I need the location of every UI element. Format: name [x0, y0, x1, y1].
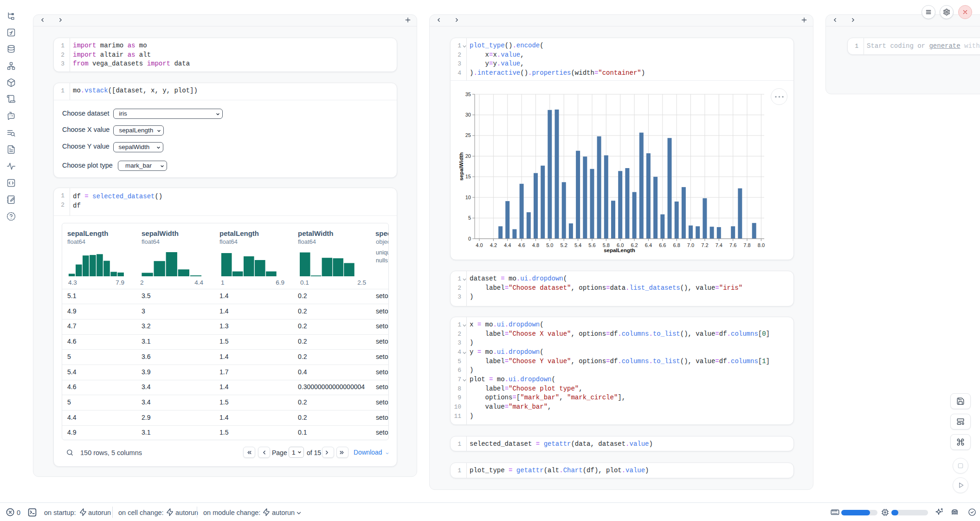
svg-text:0: 0 — [468, 236, 471, 241]
svg-text:sepalLength: sepalLength — [604, 247, 635, 253]
svg-text:35: 35 — [465, 91, 471, 97]
svg-text:6.6: 6.6 — [659, 242, 666, 248]
svg-text:4.2: 4.2 — [490, 242, 497, 248]
svg-text:4.4: 4.4 — [504, 242, 511, 248]
svg-text:4.6: 4.6 — [518, 242, 525, 248]
svg-text:7.4: 7.4 — [716, 242, 722, 248]
svg-text:5.0: 5.0 — [546, 242, 553, 248]
svg-text:5.6: 5.6 — [588, 242, 595, 248]
svg-text:6.4: 6.4 — [645, 242, 652, 248]
svg-text:7.2: 7.2 — [701, 242, 708, 248]
svg-text:5.2: 5.2 — [561, 242, 567, 248]
svg-text:30: 30 — [465, 112, 471, 117]
svg-text:7.0: 7.0 — [687, 242, 694, 248]
svg-text:25: 25 — [465, 132, 471, 138]
svg-text:8.0: 8.0 — [758, 242, 765, 248]
svg-text:6.8: 6.8 — [673, 242, 680, 248]
svg-text:7.8: 7.8 — [743, 242, 750, 248]
svg-text:5.4: 5.4 — [574, 242, 581, 248]
svg-text:7.6: 7.6 — [729, 242, 736, 248]
svg-text:10: 10 — [465, 195, 471, 200]
svg-text:4.0: 4.0 — [476, 242, 483, 248]
svg-text:sepalWidth: sepalWidth — [458, 152, 464, 181]
svg-text:20: 20 — [465, 153, 471, 159]
svg-text:5: 5 — [468, 215, 471, 221]
svg-text:15: 15 — [465, 174, 471, 179]
svg-text:4.8: 4.8 — [532, 242, 539, 248]
